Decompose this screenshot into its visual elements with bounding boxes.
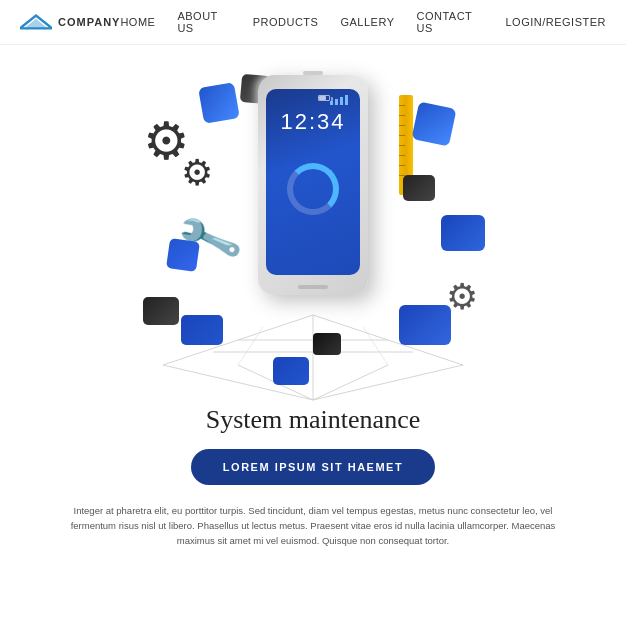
dark-square-4: [313, 333, 341, 355]
nav-contact[interactable]: CONTACT US: [416, 10, 483, 34]
illustration: ⚙ ⚙ ⚙ 🔧: [113, 55, 513, 415]
svg-line-12: [313, 365, 388, 400]
blue-square-4: [411, 101, 456, 146]
logo-icon: [20, 12, 52, 32]
main-content: ⚙ ⚙ ⚙ 🔧: [0, 45, 626, 549]
cta-button[interactable]: LOREM IPSUM SIT HAEMET: [191, 449, 435, 485]
text-section: System maintenance LOREM IPSUM SIT HAEME…: [0, 405, 626, 549]
phone-illustration: 12:34: [258, 75, 368, 295]
phone-screen: 12:34: [266, 89, 360, 275]
body-text: Integer at pharetra elit, eu porttitor t…: [60, 503, 566, 549]
blue-square-6: [399, 305, 451, 345]
nav-login[interactable]: LOGIN/REGISTER: [505, 16, 606, 28]
main-nav: HOME ABOUT US PRODUCTS GALLERY CONTACT U…: [120, 10, 606, 34]
site-header: COMPANY HOME ABOUT US PRODUCTS GALLERY C…: [0, 0, 626, 45]
dark-square-2: [403, 175, 435, 201]
blue-square-3: [181, 315, 223, 345]
nav-home[interactable]: HOME: [120, 16, 155, 28]
svg-line-10: [363, 327, 388, 365]
svg-line-8: [238, 327, 263, 365]
nav-gallery[interactable]: GALLERY: [340, 16, 394, 28]
blue-square-7: [273, 357, 309, 385]
logo[interactable]: COMPANY: [20, 12, 120, 32]
logo-text: COMPANY: [58, 16, 120, 28]
nav-about[interactable]: ABOUT US: [177, 10, 230, 34]
blue-square-1: [198, 82, 240, 124]
gear-small-icon: ⚙: [181, 155, 213, 191]
dark-square-3: [143, 297, 179, 325]
phone-circle-graphic: [287, 163, 339, 215]
nav-products[interactable]: PRODUCTS: [253, 16, 319, 28]
phone-time: 12:34: [280, 109, 345, 135]
svg-line-5: [313, 365, 463, 400]
signal-bars: [330, 95, 348, 105]
blue-square-2: [166, 238, 200, 272]
blue-square-5: [441, 215, 485, 251]
